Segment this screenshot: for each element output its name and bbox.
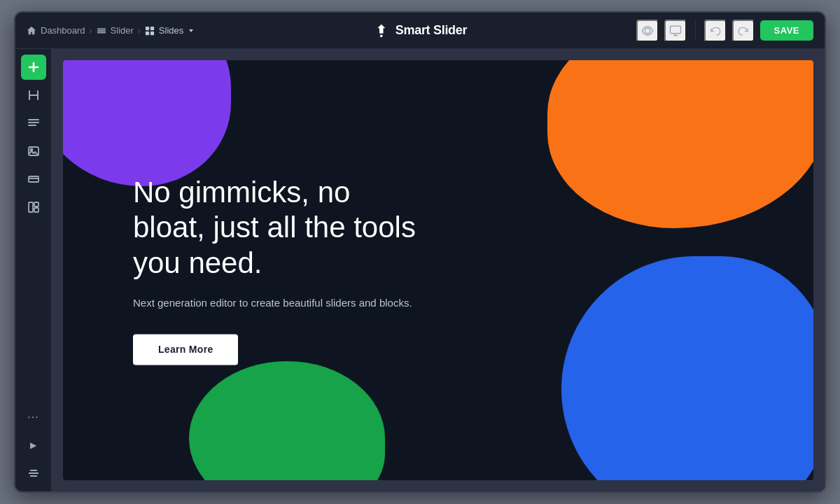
- home-icon: [27, 26, 36, 36]
- breadcrumb-dashboard[interactable]: Dashboard: [27, 25, 85, 36]
- desktop-view-button[interactable]: [664, 20, 687, 42]
- save-button[interactable]: SAVE: [760, 20, 813, 41]
- slider-icon: [97, 26, 106, 36]
- slide-subtext: Next generation editor to create beautif…: [133, 295, 427, 312]
- topbar-actions: SAVE: [420, 20, 813, 42]
- slide-heading: No gimmicks, no bloat, just all the tool…: [133, 175, 427, 281]
- slide-canvas: No gimmicks, no bloat, just all the tool…: [63, 60, 813, 480]
- blob-purple: [63, 60, 231, 186]
- brand-icon: [373, 22, 390, 39]
- svg-rect-14: [29, 202, 33, 212]
- svg-rect-5: [146, 31, 149, 34]
- svg-rect-16: [34, 208, 38, 212]
- sidebar-item-play[interactable]: ▶: [21, 433, 46, 458]
- undo-button[interactable]: [704, 20, 727, 42]
- main-content: ··· ▶ No gimmicks, no bloat, ju: [15, 49, 825, 491]
- svg-point-11: [30, 149, 32, 151]
- sidebar-item-more[interactable]: ···: [21, 405, 46, 430]
- sidebar-item-layout[interactable]: [21, 195, 46, 220]
- sidebar: ··· ▶: [15, 49, 52, 491]
- svg-point-8: [645, 28, 650, 34]
- svg-point-7: [380, 34, 383, 37]
- breadcrumb-slider[interactable]: Slider: [97, 25, 134, 36]
- canvas-area: No gimmicks, no bloat, just all the tool…: [52, 49, 825, 491]
- breadcrumb-slides[interactable]: Slides: [145, 25, 195, 36]
- chevron-down-icon: [188, 27, 195, 34]
- preview-button[interactable]: [636, 20, 659, 42]
- topbar-divider: [695, 21, 696, 41]
- topbar: Dashboard › Slider › Slides: [15, 13, 825, 49]
- sidebar-item-add[interactable]: [21, 55, 46, 80]
- sidebar-item-heading[interactable]: [21, 83, 46, 108]
- breadcrumb: Dashboard › Slider › Slides: [27, 25, 420, 36]
- brand-logo: Smart Slider: [373, 22, 467, 39]
- svg-rect-2: [97, 31, 105, 33]
- blob-orange: [547, 60, 813, 228]
- sidebar-item-banner[interactable]: [21, 167, 46, 192]
- grid-icon: [145, 26, 155, 36]
- svg-rect-3: [146, 26, 149, 29]
- blob-green: [189, 361, 385, 480]
- sidebar-item-text[interactable]: [21, 111, 46, 136]
- blob-blue: [561, 256, 813, 480]
- sidebar-item-align[interactable]: [21, 461, 46, 486]
- slide-content: No gimmicks, no bloat, just all the tool…: [133, 175, 427, 365]
- svg-rect-12: [29, 176, 38, 182]
- svg-rect-0: [97, 28, 105, 29]
- breadcrumb-sep-2: ›: [138, 26, 141, 36]
- sidebar-item-image[interactable]: [21, 139, 46, 164]
- svg-rect-15: [34, 202, 38, 206]
- svg-rect-1: [97, 30, 105, 31]
- breadcrumb-sep-1: ›: [90, 26, 92, 36]
- svg-rect-6: [150, 31, 154, 34]
- app-window: Dashboard › Slider › Slides: [14, 11, 826, 493]
- svg-rect-9: [670, 26, 680, 34]
- svg-rect-4: [150, 26, 154, 29]
- learn-more-button[interactable]: Learn More: [133, 335, 238, 365]
- redo-button[interactable]: [732, 20, 755, 42]
